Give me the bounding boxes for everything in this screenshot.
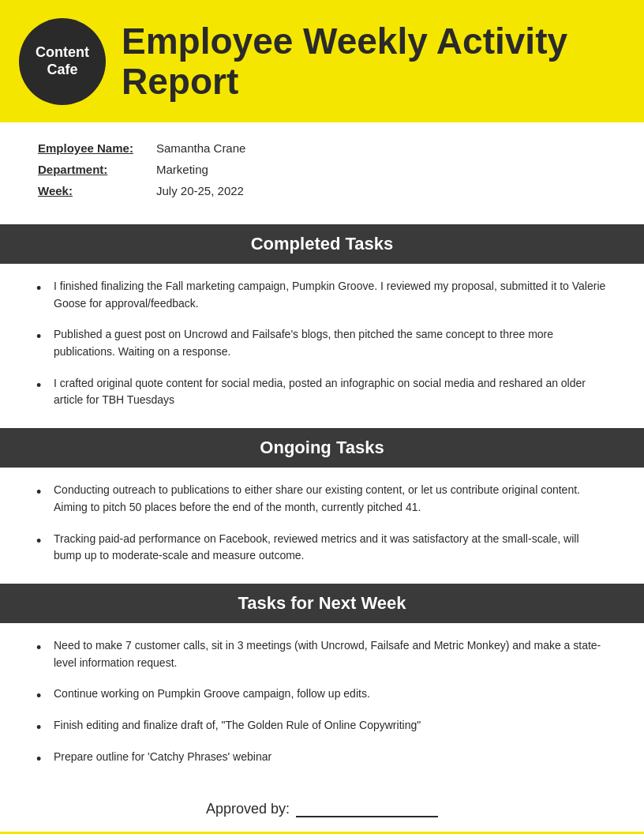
employee-info-section: Employee Name: Samantha Crane Department…	[0, 122, 644, 224]
ongoing-tasks-list: Conducting outreach to publications to e…	[0, 468, 644, 584]
logo-text: Content Cafe	[36, 44, 89, 78]
page-title: Employee Weekly Activity Report	[122, 21, 625, 101]
list-item: I finished finalizing the Fall marketing…	[54, 278, 606, 312]
list-item: Continue working on Pumpkin Groove campa…	[54, 686, 606, 703]
completed-tasks-section: Completed Tasks I finished finalizing th…	[0, 224, 644, 428]
ongoing-tasks-section: Ongoing Tasks Conducting outreach to pub…	[0, 428, 644, 584]
department-label: Department:	[38, 163, 156, 176]
department-value: Marketing	[156, 163, 208, 176]
completed-tasks-heading: Completed Tasks	[0, 224, 644, 264]
department-row: Department: Marketing	[38, 163, 606, 176]
ongoing-tasks-heading: Ongoing Tasks	[0, 428, 644, 468]
week-row: Week: July 20-25, 2022	[38, 184, 606, 197]
next-week-tasks-section: Tasks for Next Week Need to make 7 custo…	[0, 584, 644, 784]
employee-name-row: Employee Name: Samantha Crane	[38, 141, 606, 155]
week-label: Week:	[38, 184, 156, 197]
list-item: I crafted original quote content for soc…	[54, 375, 606, 409]
list-item: Conducting outreach to publications to e…	[54, 482, 606, 516]
employee-name-label: Employee Name:	[38, 141, 156, 155]
list-item: Tracking paid-ad performance on Facebook…	[54, 531, 606, 565]
page-header: Content Cafe Employee Weekly Activity Re…	[0, 0, 644, 122]
list-item: Finish editing and finalize draft of, "T…	[54, 717, 606, 734]
approved-label: Approved by:	[206, 801, 290, 817]
employee-name-value: Samantha Crane	[156, 141, 245, 155]
week-value: July 20-25, 2022	[156, 184, 244, 197]
list-item: Published a guest post on Uncrowd and Fa…	[54, 326, 606, 360]
next-week-tasks-list: Need to make 7 customer calls, sit in 3 …	[0, 623, 644, 784]
completed-tasks-list: I finished finalizing the Fall marketing…	[0, 264, 644, 428]
company-logo: Content Cafe	[19, 18, 106, 105]
approved-section: Approved by:	[0, 784, 644, 834]
approved-signature-line	[296, 800, 438, 817]
next-week-tasks-heading: Tasks for Next Week	[0, 584, 644, 623]
list-item: Need to make 7 customer calls, sit in 3 …	[54, 637, 606, 671]
list-item: Prepare outline for 'Catchy Phrases' web…	[54, 749, 606, 766]
